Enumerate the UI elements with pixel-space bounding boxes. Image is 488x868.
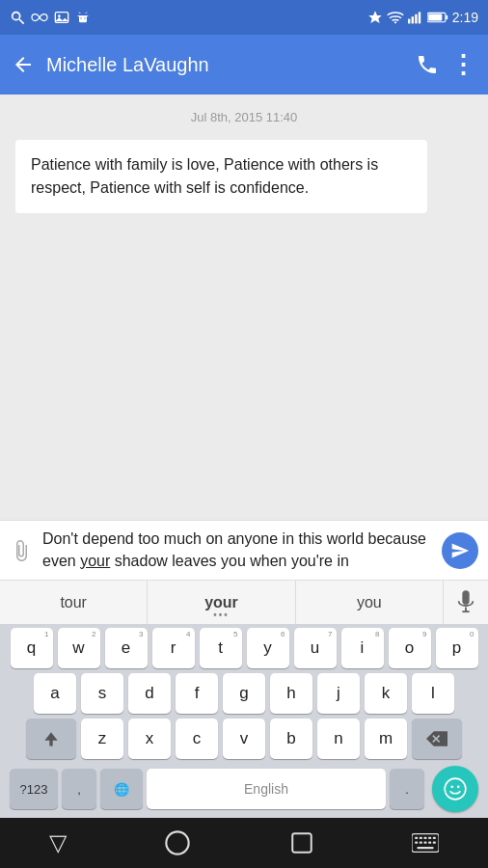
- keyboard: 1q 2w 3e 4r 5t 6y 7u 8i 9o 0p a s d f g …: [0, 624, 488, 818]
- shift-key[interactable]: [26, 719, 76, 759]
- svg-point-3: [58, 14, 61, 17]
- key-p[interactable]: 0p: [436, 628, 478, 668]
- key-z[interactable]: z: [81, 719, 123, 759]
- svg-rect-16: [428, 14, 442, 20]
- key-i[interactable]: 8i: [341, 628, 384, 668]
- key-t[interactable]: 5t: [200, 628, 242, 668]
- recent-nav-button[interactable]: [289, 830, 314, 855]
- phone-button[interactable]: [416, 53, 439, 76]
- key-q[interactable]: 1q: [11, 628, 53, 668]
- svg-point-7: [84, 17, 85, 18]
- svg-rect-24: [292, 833, 312, 853]
- delete-key[interactable]: [412, 719, 462, 759]
- svg-point-20: [445, 778, 466, 800]
- header: Michelle LaVaughn ⋮: [0, 35, 488, 95]
- autocomplete-dots: •••: [213, 610, 230, 620]
- key-x[interactable]: x: [128, 719, 171, 759]
- autocomplete-tour[interactable]: tour: [0, 581, 148, 624]
- more-options-button[interactable]: ⋮: [450, 50, 476, 80]
- svg-rect-30: [433, 837, 436, 839]
- key-c[interactable]: c: [176, 719, 218, 759]
- send-button[interactable]: [442, 532, 478, 569]
- star-icon: [367, 10, 383, 25]
- svg-rect-12: [415, 14, 417, 24]
- key-u[interactable]: 7u: [294, 628, 337, 668]
- svg-rect-13: [419, 12, 420, 23]
- svg-point-6: [80, 17, 81, 18]
- key-l[interactable]: l: [412, 673, 454, 714]
- underlined-word: your: [80, 553, 110, 569]
- key-r[interactable]: 4r: [152, 628, 195, 668]
- svg-line-4: [79, 13, 80, 14]
- svg-rect-34: [428, 841, 431, 843]
- svg-point-21: [450, 786, 453, 789]
- message-input[interactable]: Don't depend too much on anyone in this …: [42, 529, 442, 572]
- status-bar: 2:19: [0, 0, 488, 35]
- autocomplete-you[interactable]: you: [296, 581, 444, 624]
- comma-key[interactable]: ,: [62, 769, 96, 809]
- back-nav-button[interactable]: ▽: [49, 829, 67, 856]
- chat-area: Jul 8th, 2015 11:40 Patience with family…: [0, 95, 488, 520]
- back-button[interactable]: [12, 53, 35, 76]
- key-b[interactable]: b: [270, 719, 312, 759]
- key-k[interactable]: k: [365, 673, 407, 714]
- svg-rect-31: [415, 841, 418, 843]
- key-y[interactable]: 6y: [247, 628, 289, 668]
- battery-icon: [427, 12, 448, 23]
- emoji-key[interactable]: [432, 766, 478, 812]
- bubble-text: Patience with family is love, Patience w…: [31, 156, 378, 196]
- status-bar-left-icons: [10, 10, 91, 25]
- svg-rect-15: [446, 15, 447, 20]
- key-v[interactable]: v: [223, 719, 265, 759]
- keyboard-nav-button[interactable]: [412, 833, 439, 853]
- key-n[interactable]: n: [317, 719, 360, 759]
- globe-key[interactable]: 🌐: [100, 769, 143, 809]
- key-a[interactable]: a: [34, 673, 76, 714]
- svg-point-23: [167, 831, 189, 854]
- wifi-icon: [387, 11, 404, 24]
- status-bar-right-icons: 2:19: [367, 10, 478, 25]
- autocomplete-bar: tour your ••• you: [0, 580, 488, 624]
- key-w[interactable]: 2w: [58, 628, 100, 668]
- svg-rect-28: [424, 837, 427, 839]
- space-key[interactable]: English: [147, 769, 386, 809]
- key-s[interactable]: s: [81, 673, 123, 714]
- numeric-key[interactable]: ?123: [10, 769, 58, 809]
- attach-button[interactable]: [10, 539, 33, 562]
- image-icon: [54, 10, 69, 25]
- svg-point-9: [394, 21, 396, 23]
- time-display: 2:19: [452, 10, 478, 25]
- key-e[interactable]: 3e: [105, 628, 148, 668]
- key-f[interactable]: f: [176, 673, 218, 714]
- key-h[interactable]: h: [270, 673, 312, 714]
- key-j[interactable]: j: [317, 673, 360, 714]
- svg-rect-11: [411, 16, 413, 23]
- svg-line-5: [86, 13, 87, 14]
- svg-rect-33: [424, 841, 427, 843]
- svg-rect-36: [418, 847, 434, 849]
- svg-point-0: [13, 13, 20, 20]
- svg-rect-29: [428, 837, 431, 839]
- keyboard-row-2: a s d f g h j k l: [4, 673, 484, 714]
- svg-line-1: [19, 19, 24, 24]
- svg-rect-32: [420, 841, 422, 843]
- contact-name: Michelle LaVaughn: [46, 54, 404, 76]
- home-nav-button[interactable]: [164, 829, 191, 856]
- key-d[interactable]: d: [128, 673, 171, 714]
- svg-marker-8: [368, 11, 381, 23]
- space-label: English: [244, 781, 288, 797]
- date-label: Jul 8th, 2015 11:40: [15, 110, 473, 124]
- svg-rect-35: [433, 841, 436, 843]
- android-icon: [75, 10, 91, 25]
- autocomplete-your[interactable]: your •••: [148, 581, 295, 624]
- infinity-icon: [31, 12, 48, 23]
- key-m[interactable]: m: [365, 719, 407, 759]
- key-g[interactable]: g: [223, 673, 265, 714]
- period-key[interactable]: .: [390, 769, 424, 809]
- key-o[interactable]: 9o: [389, 628, 431, 668]
- signal-icon: [408, 11, 423, 24]
- svg-rect-10: [408, 19, 410, 24]
- svg-rect-27: [420, 837, 422, 839]
- mic-button[interactable]: [444, 590, 488, 615]
- svg-rect-17: [462, 590, 469, 605]
